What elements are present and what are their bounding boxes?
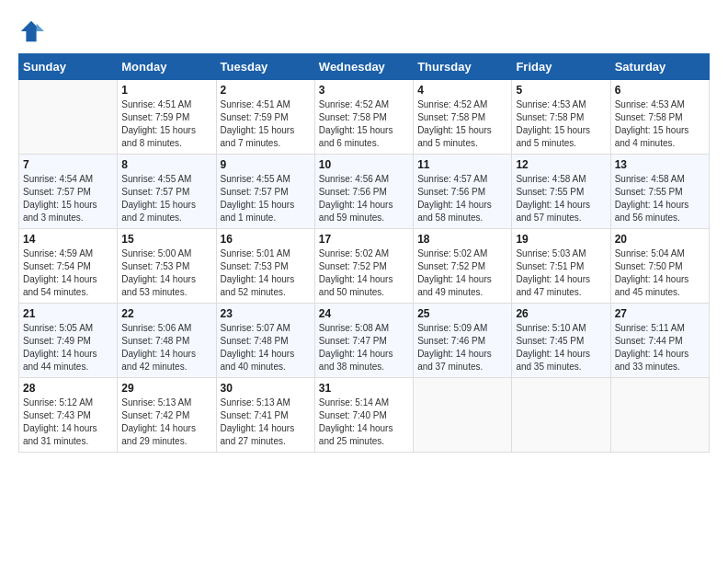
day-number: 21 <box>23 307 113 320</box>
calendar-cell: 8Sunrise: 4:55 AMSunset: 7:57 PMDaylight… <box>118 155 216 229</box>
calendar-cell <box>19 80 118 155</box>
calendar-cell <box>512 378 610 453</box>
day-number: 5 <box>516 84 606 97</box>
calendar-week-row: 21Sunrise: 5:05 AMSunset: 7:49 PMDayligh… <box>19 304 710 378</box>
day-sun-info: Sunrise: 4:58 AMSunset: 7:55 PMDaylight:… <box>516 173 606 224</box>
calendar-cell: 27Sunrise: 5:11 AMSunset: 7:44 PMDayligh… <box>610 304 709 378</box>
day-sun-info: Sunrise: 5:08 AMSunset: 7:47 PMDaylight:… <box>319 322 409 373</box>
day-sun-info: Sunrise: 4:58 AMSunset: 7:55 PMDaylight:… <box>615 173 705 224</box>
day-number: 19 <box>516 233 606 246</box>
calendar-cell: 3Sunrise: 4:52 AMSunset: 7:58 PMDaylight… <box>314 80 413 155</box>
day-sun-info: Sunrise: 4:59 AMSunset: 7:54 PMDaylight:… <box>23 247 113 299</box>
calendar-week-row: 14Sunrise: 4:59 AMSunset: 7:54 PMDayligh… <box>19 229 710 304</box>
day-sun-info: Sunrise: 5:03 AMSunset: 7:51 PMDaylight:… <box>516 247 606 299</box>
day-sun-info: Sunrise: 4:57 AMSunset: 7:56 PMDaylight:… <box>417 173 507 224</box>
day-number: 15 <box>121 233 211 246</box>
calendar-cell: 24Sunrise: 5:08 AMSunset: 7:47 PMDayligh… <box>314 304 413 378</box>
day-sun-info: Sunrise: 5:14 AMSunset: 7:40 PMDaylight:… <box>319 396 409 448</box>
day-sun-info: Sunrise: 4:52 AMSunset: 7:58 PMDaylight:… <box>319 98 409 150</box>
day-sun-info: Sunrise: 4:55 AMSunset: 7:57 PMDaylight:… <box>121 173 211 224</box>
day-sun-info: Sunrise: 5:02 AMSunset: 7:52 PMDaylight:… <box>417 247 507 299</box>
day-sun-info: Sunrise: 4:52 AMSunset: 7:58 PMDaylight:… <box>417 98 507 150</box>
day-sun-info: Sunrise: 5:12 AMSunset: 7:43 PMDaylight:… <box>23 396 113 448</box>
day-sun-info: Sunrise: 5:00 AMSunset: 7:53 PMDaylight:… <box>121 247 211 299</box>
day-number: 10 <box>319 158 409 171</box>
calendar-cell: 13Sunrise: 4:58 AMSunset: 7:55 PMDayligh… <box>610 155 709 229</box>
calendar-cell: 12Sunrise: 4:58 AMSunset: 7:55 PMDayligh… <box>512 155 610 229</box>
day-number: 11 <box>417 158 507 171</box>
day-sun-info: Sunrise: 5:06 AMSunset: 7:48 PMDaylight:… <box>121 322 211 373</box>
day-number: 25 <box>417 307 507 320</box>
day-sun-info: Sunrise: 4:53 AMSunset: 7:58 PMDaylight:… <box>516 98 606 150</box>
calendar-cell: 1Sunrise: 4:51 AMSunset: 7:59 PMDaylight… <box>118 80 216 155</box>
day-number: 4 <box>417 84 507 97</box>
day-sun-info: Sunrise: 5:04 AMSunset: 7:50 PMDaylight:… <box>615 247 705 299</box>
svg-marker-1 <box>37 24 44 31</box>
day-number: 9 <box>221 158 311 171</box>
calendar-cell: 6Sunrise: 4:53 AMSunset: 7:58 PMDaylight… <box>610 80 709 155</box>
calendar-cell: 30Sunrise: 5:13 AMSunset: 7:41 PMDayligh… <box>216 378 314 453</box>
calendar-cell: 5Sunrise: 4:53 AMSunset: 7:58 PMDaylight… <box>512 80 610 155</box>
calendar-cell: 31Sunrise: 5:14 AMSunset: 7:40 PMDayligh… <box>314 378 413 453</box>
day-sun-info: Sunrise: 5:05 AMSunset: 7:49 PMDaylight:… <box>23 322 113 373</box>
day-sun-info: Sunrise: 4:51 AMSunset: 7:59 PMDaylight:… <box>221 98 311 150</box>
calendar-cell: 14Sunrise: 4:59 AMSunset: 7:54 PMDayligh… <box>19 229 118 304</box>
weekday-header-wednesday: Wednesday <box>314 54 413 80</box>
calendar-cell: 29Sunrise: 5:13 AMSunset: 7:42 PMDayligh… <box>118 378 216 453</box>
calendar-cell: 22Sunrise: 5:06 AMSunset: 7:48 PMDayligh… <box>118 304 216 378</box>
day-number: 23 <box>221 307 311 320</box>
calendar-cell: 19Sunrise: 5:03 AMSunset: 7:51 PMDayligh… <box>512 229 610 304</box>
day-number: 29 <box>121 382 211 395</box>
calendar-week-row: 7Sunrise: 4:54 AMSunset: 7:57 PMDaylight… <box>19 155 710 229</box>
calendar-cell: 4Sunrise: 4:52 AMSunset: 7:58 PMDaylight… <box>414 80 512 155</box>
day-number: 6 <box>615 84 705 97</box>
day-number: 26 <box>516 307 606 320</box>
day-number: 24 <box>319 307 409 320</box>
calendar-cell <box>414 378 512 453</box>
weekday-header-friday: Friday <box>512 54 610 80</box>
day-sun-info: Sunrise: 5:02 AMSunset: 7:52 PMDaylight:… <box>319 247 409 299</box>
day-sun-info: Sunrise: 5:09 AMSunset: 7:46 PMDaylight:… <box>417 322 507 373</box>
calendar-cell: 9Sunrise: 4:55 AMSunset: 7:57 PMDaylight… <box>216 155 314 229</box>
calendar-cell: 26Sunrise: 5:10 AMSunset: 7:45 PMDayligh… <box>512 304 610 378</box>
day-number: 27 <box>615 307 705 320</box>
calendar-week-row: 28Sunrise: 5:12 AMSunset: 7:43 PMDayligh… <box>19 378 710 453</box>
calendar-cell: 16Sunrise: 5:01 AMSunset: 7:53 PMDayligh… <box>216 229 314 304</box>
day-number: 31 <box>319 382 409 395</box>
calendar-cell: 20Sunrise: 5:04 AMSunset: 7:50 PMDayligh… <box>610 229 709 304</box>
day-number: 20 <box>615 233 705 246</box>
day-number: 16 <box>221 233 311 246</box>
weekday-header-sunday: Sunday <box>19 54 118 80</box>
day-sun-info: Sunrise: 5:10 AMSunset: 7:45 PMDaylight:… <box>516 322 606 373</box>
day-sun-info: Sunrise: 4:51 AMSunset: 7:59 PMDaylight:… <box>121 98 211 150</box>
day-number: 8 <box>121 158 211 171</box>
day-sun-info: Sunrise: 5:13 AMSunset: 7:42 PMDaylight:… <box>121 396 211 448</box>
weekday-header-monday: Monday <box>118 54 216 80</box>
day-sun-info: Sunrise: 4:56 AMSunset: 7:56 PMDaylight:… <box>319 173 409 224</box>
weekday-header-thursday: Thursday <box>414 54 512 80</box>
day-number: 1 <box>121 84 211 97</box>
calendar-cell: 23Sunrise: 5:07 AMSunset: 7:48 PMDayligh… <box>216 304 314 378</box>
day-number: 3 <box>319 84 409 97</box>
calendar-cell: 11Sunrise: 4:57 AMSunset: 7:56 PMDayligh… <box>414 155 512 229</box>
day-number: 30 <box>221 382 311 395</box>
day-number: 17 <box>319 233 409 246</box>
day-sun-info: Sunrise: 4:53 AMSunset: 7:58 PMDaylight:… <box>615 98 705 150</box>
day-number: 28 <box>23 382 113 395</box>
weekday-header-row: SundayMondayTuesdayWednesdayThursdayFrid… <box>19 54 710 80</box>
calendar-cell: 17Sunrise: 5:02 AMSunset: 7:52 PMDayligh… <box>314 229 413 304</box>
day-sun-info: Sunrise: 5:11 AMSunset: 7:44 PMDaylight:… <box>615 322 705 373</box>
calendar-cell: 28Sunrise: 5:12 AMSunset: 7:43 PMDayligh… <box>19 378 118 453</box>
calendar-cell: 15Sunrise: 5:00 AMSunset: 7:53 PMDayligh… <box>118 229 216 304</box>
calendar-cell: 21Sunrise: 5:05 AMSunset: 7:49 PMDayligh… <box>19 304 118 378</box>
calendar-cell: 7Sunrise: 4:54 AMSunset: 7:57 PMDaylight… <box>19 155 118 229</box>
day-number: 13 <box>615 158 705 171</box>
day-number: 14 <box>23 233 113 246</box>
calendar-cell: 10Sunrise: 4:56 AMSunset: 7:56 PMDayligh… <box>314 155 413 229</box>
day-number: 12 <box>516 158 606 171</box>
day-number: 7 <box>23 158 113 171</box>
calendar-week-row: 1Sunrise: 4:51 AMSunset: 7:59 PMDaylight… <box>19 80 710 155</box>
calendar-cell: 2Sunrise: 4:51 AMSunset: 7:59 PMDaylight… <box>216 80 314 155</box>
day-sun-info: Sunrise: 4:54 AMSunset: 7:57 PMDaylight:… <box>23 173 113 224</box>
calendar-table: SundayMondayTuesdayWednesdayThursdayFrid… <box>18 53 710 453</box>
